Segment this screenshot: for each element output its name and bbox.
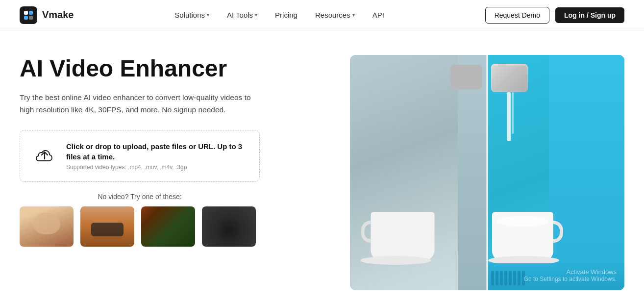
nav-api[interactable]: API: [372, 11, 384, 19]
left-panel: AI Video Enhancer Try the best online AI…: [20, 55, 304, 247]
nav-resources[interactable]: Resources ▾: [315, 11, 355, 19]
hero-title: AI Video Enhancer: [20, 55, 304, 82]
sample-thumb-3[interactable]: [141, 206, 195, 247]
login-signup-button[interactable]: Log in / Sign up: [555, 7, 624, 23]
nav-ai-tools[interactable]: AI Tools ▾: [227, 11, 257, 19]
image-divider: [487, 55, 488, 290]
sample-thumb-4[interactable]: [202, 206, 256, 247]
main-nav: Solutions ▾ AI Tools ▾ Pricing Resources…: [174, 11, 384, 19]
upload-text-area: Click or drop to upload, paste files or …: [66, 141, 248, 171]
sample-label: No video? Try one of these:: [20, 193, 260, 201]
upload-icon: [32, 143, 57, 169]
main-content: AI Video Enhancer Try the best online AI…: [0, 30, 644, 305]
upload-main-text: Click or drop to upload, paste files or …: [66, 141, 248, 162]
image-after: Activate Windows Go to Settings to activ…: [487, 55, 624, 290]
chevron-down-icon: ▾: [255, 12, 257, 18]
hero-image: Activate Windows Go to Settings to activ…: [350, 55, 624, 290]
upload-area[interactable]: Click or drop to upload, paste files or …: [20, 130, 260, 182]
logo-text: Vmake: [42, 9, 74, 21]
right-panel: Activate Windows Go to Settings to activ…: [333, 55, 624, 290]
svg-rect-3: [29, 16, 33, 20]
sample-thumbnails: [20, 206, 304, 247]
nav-pricing[interactable]: Pricing: [275, 11, 297, 19]
logo-area[interactable]: Vmake: [20, 6, 74, 24]
logo-icon: [20, 6, 37, 24]
svg-rect-0: [24, 11, 28, 15]
request-demo-button[interactable]: Request Demo: [485, 7, 549, 24]
sample-thumb-1[interactable]: [20, 206, 74, 247]
upload-sub-text: Supported video types: .mp4, .mov, .m4v,…: [66, 164, 248, 171]
sample-thumb-2[interactable]: [80, 206, 134, 247]
image-before: [350, 55, 487, 290]
svg-rect-1: [29, 11, 33, 15]
chevron-down-icon: ▾: [207, 12, 209, 18]
header-actions: Request Demo Log in / Sign up: [485, 7, 624, 24]
nav-solutions[interactable]: Solutions ▾: [174, 11, 209, 19]
chevron-down-icon: ▾: [352, 12, 355, 18]
header: Vmake Solutions ▾ AI Tools ▾ Pricing Res…: [0, 0, 644, 30]
svg-rect-2: [24, 16, 28, 20]
hero-description: Try the best online AI video enhancer to…: [20, 92, 255, 116]
